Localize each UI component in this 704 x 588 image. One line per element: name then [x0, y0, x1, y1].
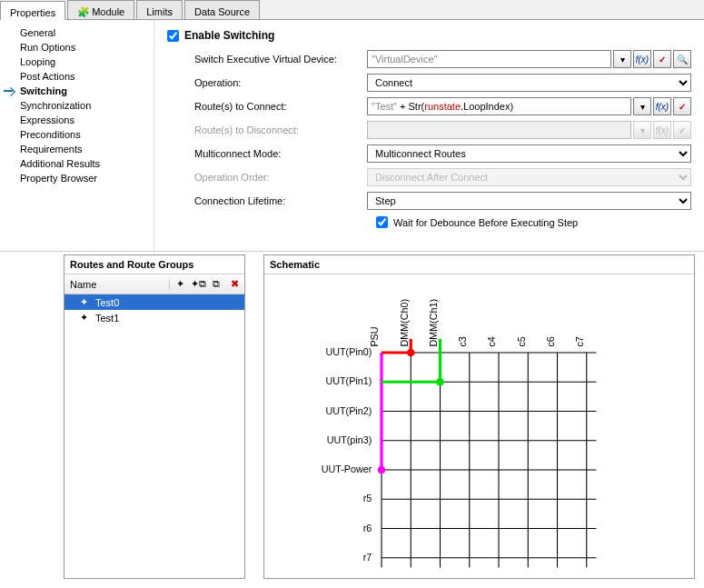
routes-connect-dropdown-button[interactable]: ▾ [633, 97, 651, 115]
svg-text:UUT(Pin2): UUT(Pin2) [325, 405, 372, 416]
delete-route-button[interactable]: ✖ [226, 276, 243, 293]
sidebar-item-additional-results[interactable]: Additional Results [4, 156, 150, 171]
operation-label: Operation: [194, 77, 367, 88]
switching-form: Enable Switching Switch Executive Virtua… [154, 20, 704, 251]
enable-switching-label: Enable Switching [184, 29, 274, 42]
svg-text:r5: r5 [363, 493, 372, 503]
tab-label: Limits [146, 6, 173, 17]
sidebar-item-switching[interactable]: Switching [4, 84, 150, 98]
multiconnect-label: Multiconnect Mode: [194, 148, 367, 159]
schematic-title: Schematic [264, 255, 694, 274]
tab-strip: Properties 🧩Module Limits Data Source [0, 0, 704, 20]
route-item-test1[interactable]: ✦Test1 [64, 310, 244, 325]
sidebar-item-post-actions[interactable]: Post Actions [4, 69, 150, 84]
tab-label: Properties [10, 7, 55, 18]
wait-debounce-label: Wait for Debounce Before Executing Step [393, 217, 578, 228]
add-group-button[interactable]: ✦⧉ [190, 276, 206, 293]
tab-module[interactable]: 🧩Module [67, 0, 134, 19]
sidebar-categories: General Run Options Looping Post Actions… [0, 20, 154, 251]
route-item-label: Test0 [95, 297, 119, 308]
order-select: Disconnect After Connect [367, 168, 691, 186]
svg-text:DMM(Ch1): DMM(Ch1) [428, 299, 439, 347]
svg-text:UUT(Pin1): UUT(Pin1) [325, 375, 372, 386]
routes-connect-check-button[interactable]: ✓ [673, 97, 691, 115]
route-item-test0[interactable]: ✦Test0 [64, 294, 244, 310]
svg-text:c3: c3 [457, 336, 468, 346]
operation-select[interactable]: Connect [367, 74, 691, 92]
sidebar-item-expressions[interactable]: Expressions [4, 113, 150, 127]
wait-debounce-checkbox[interactable] [376, 216, 388, 228]
device-label: Switch Executive Virtual Device: [194, 54, 367, 65]
routes-title: Routes and Route Groups [64, 255, 244, 274]
svg-text:UUT-Power: UUT-Power [322, 463, 372, 474]
lifetime-select[interactable]: Step [367, 192, 691, 210]
sidebar-item-looping[interactable]: Looping [4, 55, 150, 69]
add-route-button[interactable]: ✦ [172, 276, 188, 293]
routes-column-name[interactable]: Name [64, 279, 170, 290]
svg-text:r6: r6 [363, 523, 372, 533]
routes-panel: Routes and Route Groups Name ✦ ✦⧉ ⧉ ✖ ✦T… [64, 254, 245, 579]
route-icon: ✦ [77, 296, 90, 308]
device-browse-button[interactable]: 🔍 [673, 50, 691, 68]
device-dropdown-button[interactable]: ▾ [613, 50, 631, 68]
routes-disconnect-dropdown-button: ▾ [633, 121, 651, 139]
module-icon: 🧩 [77, 6, 88, 17]
svg-text:r7: r7 [363, 552, 372, 563]
tab-datasource[interactable]: Data Source [184, 0, 260, 19]
routes-disconnect-check-button: ✓ [673, 121, 691, 139]
sidebar-item-general[interactable]: General [4, 25, 150, 40]
route-item-label: Test1 [95, 313, 119, 324]
multiconnect-select[interactable]: Multiconnect Routes [367, 145, 691, 163]
schematic-panel: Schematic PSUDMM(Ch0)DMM(Ch1)c3c4c5c6c7U… [263, 254, 695, 579]
schematic-canvas[interactable]: PSUDMM(Ch0)DMM(Ch1)c3c4c5c6c7UUT(Pin0)UU… [264, 274, 694, 578]
tab-label: Data Source [194, 6, 250, 17]
sidebar-item-preconditions[interactable]: Preconditions [4, 127, 150, 142]
schematic-svg: PSUDMM(Ch0)DMM(Ch1)c3c4c5c6c7UUT(Pin0)UU… [264, 274, 694, 588]
svg-text:PSU: PSU [369, 326, 380, 346]
sidebar-item-property-browser[interactable]: Property Browser [4, 171, 150, 185]
routes-connect-expression[interactable]: "Test" + Str(runstate.LoopIndex) [367, 97, 631, 115]
routes-connect-fx-button[interactable]: f(x) [653, 97, 671, 115]
device-expression[interactable]: "VirtualDevice" [367, 50, 611, 68]
svg-point-33 [378, 466, 386, 474]
routes-disconnect-label: Route(s) to Disconnect: [194, 125, 367, 135]
svg-point-36 [407, 349, 415, 357]
sidebar-item-requirements[interactable]: Requirements [4, 142, 150, 156]
sidebar-item-run-options[interactable]: Run Options [4, 40, 150, 55]
copy-route-button[interactable]: ⧉ [208, 276, 224, 293]
routes-disconnect-fx-button: f(x) [653, 121, 671, 139]
order-label: Operation Order: [194, 172, 367, 183]
routes-list[interactable]: ✦Test0 ✦Test1 [64, 294, 244, 578]
svg-text:UUT(pin3): UUT(pin3) [327, 434, 372, 445]
tab-limits[interactable]: Limits [136, 0, 183, 19]
svg-text:DMM(Ch0): DMM(Ch0) [399, 299, 410, 347]
route-icon: ✦ [77, 312, 90, 324]
svg-text:c5: c5 [516, 336, 527, 346]
svg-text:UUT(Pin0): UUT(Pin0) [325, 346, 372, 357]
tab-properties[interactable]: Properties [0, 1, 65, 20]
routes-connect-label: Route(s) to Connect: [194, 101, 367, 112]
routes-disconnect-expression [367, 121, 631, 139]
enable-switching-checkbox[interactable] [167, 30, 179, 42]
svg-text:c4: c4 [486, 336, 497, 346]
lifetime-label: Connection Lifetime: [194, 195, 367, 206]
svg-point-39 [436, 378, 444, 386]
device-fx-button[interactable]: f(x) [633, 50, 651, 68]
device-check-button[interactable]: ✓ [653, 50, 671, 68]
svg-text:c7: c7 [574, 336, 585, 346]
tab-label: Module [92, 6, 124, 17]
svg-text:c6: c6 [545, 336, 556, 346]
sidebar-item-synchronization[interactable]: Synchronization [4, 98, 150, 113]
